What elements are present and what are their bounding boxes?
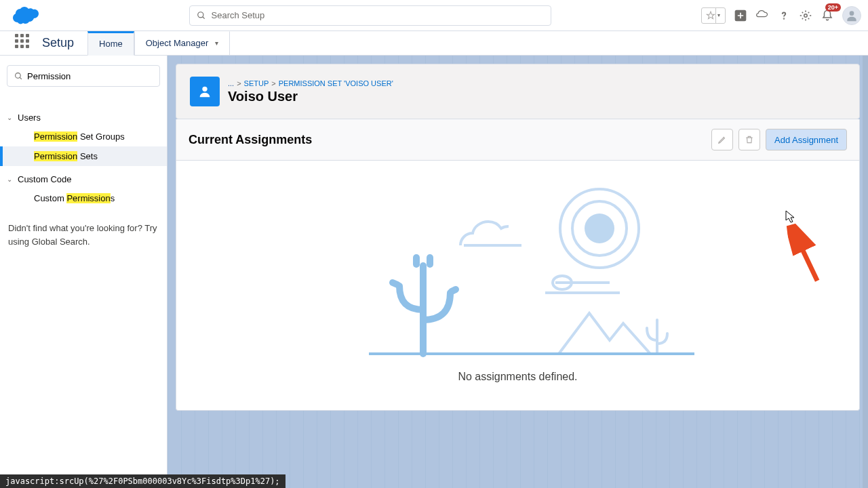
question-icon [778,9,790,22]
svg-line-18 [452,289,456,291]
star-icon [706,11,715,20]
user-avatar[interactable] [842,6,861,25]
tree-label: Custom Code [18,174,71,184]
add-button[interactable] [734,9,747,22]
breadcrumb: ... > SETUP > PERMISSION SET 'VOISO USER… [228,79,393,87]
chevron-down-icon: ⌄ [7,176,15,183]
svg-line-7 [20,77,22,79]
setup-filter[interactable] [7,65,160,87]
user-icon [197,84,212,99]
empty-illustration [328,181,708,357]
cursor-icon [785,210,796,224]
notifications-button[interactable]: 20+ [821,9,834,22]
svg-line-1 [202,16,204,18]
cloud-app-icon [755,9,769,22]
global-search[interactable] [189,5,551,26]
status-bar: javascript:srcUp(%27%2F0PSbm000003v8Yc%3… [0,474,285,488]
pencil-icon [717,135,727,144]
app-launcher[interactable] [15,34,34,53]
empty-message: No assignments defined. [190,371,846,383]
svg-point-4 [804,14,808,17]
tree-item-permission-set-groups[interactable]: Permission Set Groups [0,127,167,146]
edit-button[interactable] [711,129,733,150]
tree-item-permission-sets[interactable]: Permission Sets [0,146,167,166]
svg-point-0 [197,12,203,17]
breadcrumb-setup[interactable]: SETUP [244,79,269,87]
favorites-button[interactable]: ▾ [701,7,726,24]
app-name: Setup [42,36,74,50]
setup-filter-input[interactable] [27,71,153,81]
panel-title: Current Assignments [189,133,312,147]
setup-gear-button[interactable] [799,9,812,22]
tab-label: Object Manager [146,38,209,48]
tree-group-custom-code[interactable]: ⌄ Custom Code [0,170,167,188]
salesforce-logo[interactable] [7,3,42,28]
avatar-icon [845,9,859,22]
notification-badge: 20+ [825,3,841,12]
tab-object-manager[interactable]: Object Manager ▾ [134,31,231,56]
add-assignment-button[interactable]: Add Assignment [766,129,847,150]
trash-icon [745,135,754,144]
svg-point-3 [784,18,785,19]
help-button[interactable] [777,9,791,22]
salesforce-app[interactable] [755,9,769,22]
gear-icon [800,9,812,22]
chevron-down-icon: ⌄ [7,114,15,121]
search-hint: Didn't find what you're looking for? Try… [0,208,167,262]
chevron-down-icon: ▾ [715,8,721,23]
breadcrumb-parent[interactable]: PERMISSION SET 'VOISO USER' [279,79,393,87]
tree-item-custom-permissions[interactable]: Custom Permissions [0,188,167,208]
svg-point-5 [850,11,854,16]
chevron-down-icon: ▾ [215,39,218,47]
page-title: Voiso User [228,89,393,104]
tree-group-users[interactable]: ⌄ Users [0,108,167,127]
page-header: ... > SETUP > PERMISSION SET 'VOISO USER… [176,64,860,119]
global-search-input[interactable] [212,10,544,20]
svg-point-6 [16,73,21,78]
svg-line-17 [393,283,397,285]
tab-home[interactable]: Home [87,31,134,56]
svg-point-11 [585,214,614,243]
search-icon [14,72,23,81]
plus-icon [734,9,747,22]
record-icon [190,77,220,106]
delete-button[interactable] [738,129,760,150]
search-icon [197,11,206,20]
scrollbar[interactable] [863,56,868,488]
breadcrumb-root[interactable]: ... [228,79,234,87]
svg-point-8 [202,87,207,92]
tree-label: Users [18,113,41,123]
